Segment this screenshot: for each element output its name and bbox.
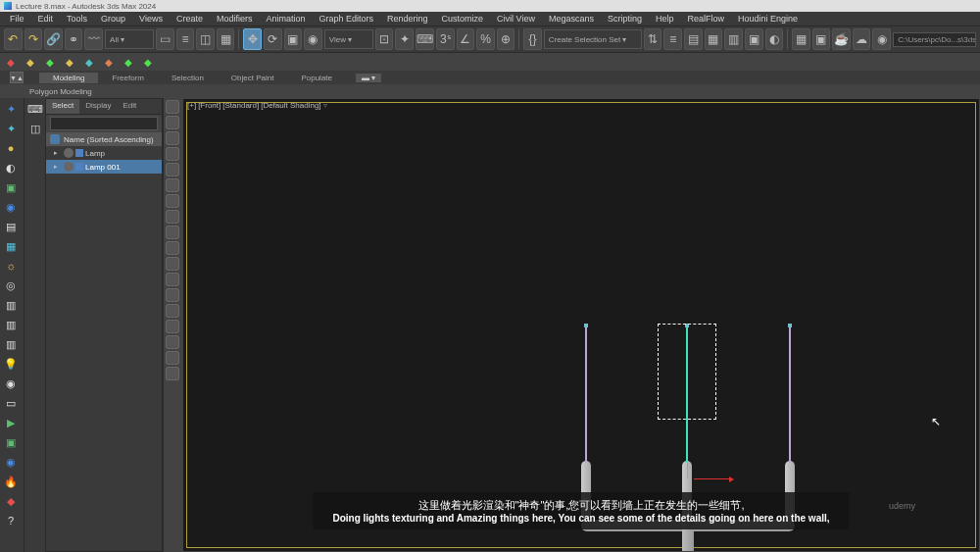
scene-column-header[interactable]: Name (Sorted Ascending): [46, 132, 162, 146]
strip-btn-2[interactable]: [166, 116, 179, 129]
utilities-panel-icon[interactable]: ◉: [2, 198, 20, 216]
tool-10-icon[interactable]: ▣: [2, 433, 20, 451]
fire-icon[interactable]: 🔥: [2, 473, 20, 490]
render-setup-button[interactable]: ▦: [792, 28, 810, 50]
redo-button[interactable]: ↷: [24, 28, 43, 50]
bind-spacewarp-button[interactable]: 〰: [84, 28, 103, 50]
create-panel-icon[interactable]: ✦: [2, 100, 20, 118]
render-in-cloud-button[interactable]: ☁: [853, 28, 871, 50]
tool-11-icon[interactable]: ◉: [2, 453, 20, 471]
tool-1-icon[interactable]: ▤: [2, 218, 20, 235]
ribbon-tab-freeform[interactable]: Freeform: [98, 73, 157, 83]
ribbon-overflow-button[interactable]: ▬ ▾: [356, 74, 381, 82]
layer-explorer-button[interactable]: ▤: [684, 28, 703, 50]
select-scale-button[interactable]: ▣: [284, 28, 303, 50]
visibility-icon[interactable]: [64, 148, 74, 158]
menu-edit[interactable]: Edit: [32, 14, 60, 24]
maxscript-icon[interactable]: ⌨: [26, 100, 44, 118]
expand-icon[interactable]: ▸: [54, 163, 62, 171]
menu-grapheditors[interactable]: Graph Editors: [313, 14, 379, 24]
strip-btn-10[interactable]: [166, 241, 179, 255]
edit-selection-sets-button[interactable]: {}: [523, 28, 542, 50]
schematic-view-button[interactable]: ▣: [745, 28, 763, 50]
move-gizmo-x-axis[interactable]: [694, 478, 733, 479]
subobj-edge-icon[interactable]: ◆: [24, 55, 37, 69]
tool-4-icon[interactable]: ◎: [2, 276, 20, 294]
align-button[interactable]: ≡: [663, 28, 682, 50]
tool-7-icon[interactable]: ▥: [2, 335, 20, 353]
select-by-name-button[interactable]: ≡: [176, 28, 195, 50]
strip-btn-9[interactable]: [166, 226, 179, 239]
strip-btn-17[interactable]: [166, 351, 179, 365]
light-icon[interactable]: 💡: [2, 355, 20, 373]
menu-megascans[interactable]: Megascans: [543, 14, 600, 24]
visibility-icon[interactable]: [64, 162, 74, 172]
strip-btn-12[interactable]: [166, 273, 179, 286]
window-crossing-button[interactable]: ▦: [217, 28, 235, 50]
select-place-button[interactable]: ◉: [304, 28, 322, 50]
strip-btn-18[interactable]: [166, 367, 179, 380]
menu-houdini[interactable]: Houdini Engine: [732, 14, 804, 24]
menu-civilview[interactable]: Civil View: [491, 14, 541, 24]
material-editor-button[interactable]: ◐: [765, 28, 784, 50]
dock-tool-icon[interactable]: ◫: [26, 120, 44, 137]
camera-icon[interactable]: ◉: [2, 375, 20, 392]
menu-views[interactable]: Views: [133, 14, 169, 24]
ribbon-toggle-button[interactable]: ▼▲: [10, 72, 24, 83]
menu-scripting[interactable]: Scripting: [602, 14, 648, 24]
menu-help[interactable]: Help: [650, 14, 680, 24]
strip-btn-8[interactable]: [166, 210, 179, 224]
tool-6-icon[interactable]: ▥: [2, 316, 20, 333]
menu-group[interactable]: Group: [95, 14, 131, 24]
menu-create[interactable]: Create: [171, 14, 209, 24]
curve-editor-button[interactable]: ▥: [724, 28, 743, 50]
menu-realflow[interactable]: RealFlow: [681, 14, 730, 24]
tool-12-icon[interactable]: ◆: [2, 492, 20, 510]
modify-panel-icon[interactable]: ✦: [2, 120, 20, 137]
rendered-frame-button[interactable]: ▣: [812, 28, 831, 50]
toggle-ribbon-button[interactable]: ▦: [705, 28, 723, 50]
percent-snap-button[interactable]: %: [476, 28, 495, 50]
link-button[interactable]: 🔗: [44, 28, 63, 50]
selection-set-dropdown[interactable]: Create Selection Set ▾: [544, 29, 642, 49]
subobj-element-icon[interactable]: ◆: [82, 55, 96, 69]
scene-item-lamp[interactable]: ▸ Lamp: [46, 146, 162, 160]
tool-3-icon[interactable]: ☼: [2, 257, 20, 275]
hierarchy-panel-icon[interactable]: ●: [2, 139, 20, 157]
ribbon-tab-selection[interactable]: Selection: [158, 73, 218, 83]
move-gizmo-y-axis[interactable]: [687, 463, 688, 478]
scene-tab-edit[interactable]: Edit: [117, 99, 142, 114]
subobj-extra2-icon[interactable]: ◆: [141, 55, 155, 69]
select-move-button[interactable]: ✥: [243, 28, 262, 50]
ref-coord-dropdown[interactable]: View ▾: [324, 29, 373, 49]
snap-toggle-button[interactable]: 3ˢ: [436, 28, 455, 50]
menu-file[interactable]: File: [4, 14, 30, 24]
select-region-button[interactable]: ◫: [196, 28, 215, 50]
ribbon-tab-populate[interactable]: Populate: [287, 73, 346, 83]
scene-tab-display[interactable]: Display: [79, 99, 117, 114]
menu-customize[interactable]: Customize: [436, 14, 490, 24]
expand-icon[interactable]: ▸: [54, 149, 62, 157]
open-autodesk-button[interactable]: ◉: [872, 28, 891, 50]
undo-button[interactable]: ↶: [4, 28, 23, 50]
subobj-extra-icon[interactable]: ◆: [122, 55, 135, 69]
strip-btn-16[interactable]: [166, 335, 179, 349]
help-icon[interactable]: ?: [2, 512, 20, 529]
strip-btn-4[interactable]: [166, 147, 179, 161]
subobj-element2-icon[interactable]: ◆: [102, 55, 116, 69]
subobj-poly-icon[interactable]: ◆: [63, 55, 76, 69]
ribbon-tab-modeling[interactable]: Modeling: [39, 73, 98, 83]
strip-btn-3[interactable]: [166, 131, 179, 145]
scene-search-input[interactable]: [50, 117, 158, 130]
render-production-button[interactable]: ☕: [832, 28, 851, 50]
selection-filter-dropdown[interactable]: All ▾: [105, 29, 154, 49]
subobj-border-icon[interactable]: ◆: [43, 55, 57, 69]
subobj-vertex-icon[interactable]: ◆: [4, 55, 18, 69]
viewport[interactable]: [+] [Front] [Standard] [Default Shading]…: [182, 98, 980, 552]
mirror-button[interactable]: ⇅: [644, 28, 662, 50]
use-pivot-center-button[interactable]: ⊡: [375, 28, 394, 50]
tool-9-icon[interactable]: ▶: [2, 414, 20, 431]
unlink-button[interactable]: ⚭: [65, 28, 83, 50]
ribbon-tab-objectpaint[interactable]: Object Paint: [218, 73, 288, 83]
spinner-snap-button[interactable]: ⊕: [497, 28, 515, 50]
